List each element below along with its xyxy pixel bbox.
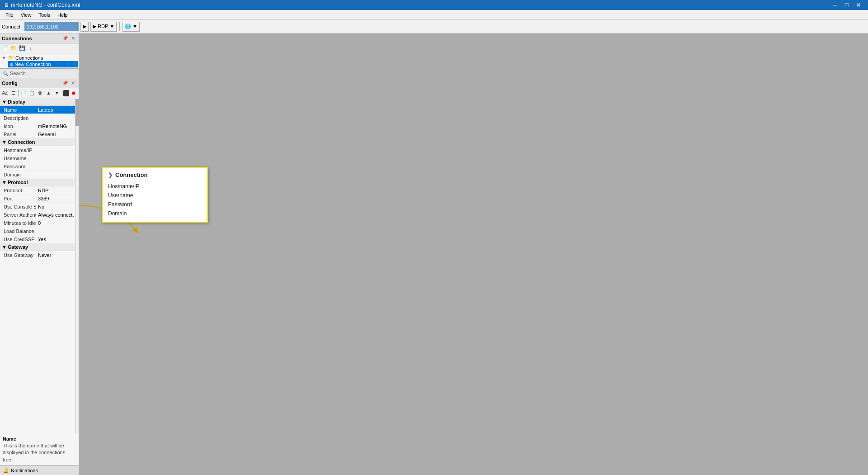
title-bar-title: 🖥 mRemoteNG - confCons.xml <box>4 2 80 8</box>
config-row-domain[interactable]: Domain <box>0 171 75 179</box>
popup-title: Connection <box>115 171 148 178</box>
config-panel-title: Config <box>2 81 18 86</box>
config-row-server-auth-label: Server Authenti <box>0 212 36 218</box>
config-down-btn[interactable]: ▼ <box>53 89 61 97</box>
config-close-btn[interactable]: ✕ <box>70 80 77 87</box>
config-toggle-btn[interactable] <box>63 90 70 96</box>
menu-help[interactable]: Help <box>54 11 71 19</box>
config-row-port-value: 3389 <box>36 196 75 201</box>
maximize-button[interactable]: □ <box>841 0 853 10</box>
config-sort-cat-btn[interactable]: ☰ <box>9 89 18 97</box>
config-delete-btn[interactable]: 🗑 <box>36 89 44 97</box>
connections-pin-btn[interactable]: 📌 <box>61 35 69 42</box>
config-stop-btn[interactable]: ⏹ <box>70 89 78 97</box>
config-row-username[interactable]: Username <box>0 154 75 162</box>
gateway-expand-icon: ▼ <box>2 244 7 250</box>
popup-item-password: Password <box>108 200 202 209</box>
config-row-panel-label: Panel <box>0 132 36 137</box>
sort-btn[interactable]: ↕ <box>27 44 35 52</box>
config-row-name-label: Name <box>0 107 36 113</box>
config-section-gateway[interactable]: ▼ Gateway <box>0 243 75 251</box>
minimize-button[interactable]: ─ <box>829 0 841 10</box>
connections-toolbar: 📄 📁 💾 ↕ <box>0 43 79 53</box>
popup-header: ❯ Connection <box>108 171 202 178</box>
app-icon: 🖥 <box>4 2 9 8</box>
config-row-description[interactable]: Description <box>0 114 75 122</box>
connect-arrow-btn[interactable]: ▶ <box>80 22 89 32</box>
config-title-label: Config <box>2 81 18 86</box>
config-section-connection[interactable]: ▼ Connection <box>0 138 75 146</box>
popup-chevron-icon: ❯ <box>108 172 113 178</box>
display-label: Display <box>8 99 25 104</box>
menu-bar: File View Tools Help <box>0 10 868 20</box>
config-row-icon[interactable]: Icon mRemoteNG <box>0 122 75 130</box>
config-row-idle-value: 0 <box>36 220 75 226</box>
tree-root[interactable]: ▼ 📁 Connections <box>1 54 78 61</box>
popup-item-domain: Domain <box>108 209 202 218</box>
config-row-idle[interactable]: Minutes to Idle 0 <box>0 219 75 227</box>
tree-expand-icon: ▼ <box>2 56 7 60</box>
tree-root-icon: 📁 <box>8 55 14 61</box>
config-scrollbar[interactable] <box>75 98 79 434</box>
config-row-hostname[interactable]: Hostname/IP <box>0 146 75 154</box>
config-row-console[interactable]: Use Console Se No <box>0 203 75 211</box>
notifications-bar[interactable]: 🔔 Notifications <box>0 465 79 475</box>
connect-input[interactable] <box>24 22 79 31</box>
close-button[interactable]: ✕ <box>853 0 864 10</box>
config-row-password[interactable]: Password <box>0 162 75 171</box>
config-tb-sep1 <box>18 90 19 96</box>
toolbar-separator <box>119 22 120 31</box>
config-section-display[interactable]: ▼ Display <box>0 98 75 106</box>
config-panel-header: Config 📌 ✕ <box>0 78 79 88</box>
config-row-port[interactable]: Port 3389 <box>0 195 75 203</box>
config-toolbar: AZ ☰ 📄 📋 🗑 ▲ ▼ ⏹ <box>0 88 79 98</box>
menu-view[interactable]: View <box>17 11 35 19</box>
globe-button[interactable]: 🌐 ▼ <box>123 22 140 32</box>
connection-label: Connection <box>8 139 35 145</box>
config-row-usegateway[interactable]: Use Gateway Never <box>0 251 75 259</box>
new-connection-btn[interactable]: 📄 <box>1 44 9 52</box>
config-new-btn[interactable]: 📄 <box>19 89 28 97</box>
config-row-protocol-value: RDP <box>36 188 75 193</box>
config-scrollbar-thumb[interactable] <box>75 99 79 126</box>
save-btn[interactable]: 💾 <box>18 44 26 52</box>
connections-close-btn[interactable]: ✕ <box>70 35 77 42</box>
tree-item-new-connection[interactable]: 🖥 New Connection <box>8 61 78 67</box>
config-row-credssp[interactable]: Use CredSSP Yes <box>0 235 75 243</box>
config-row-username-label: Username <box>0 156 36 161</box>
config-row-server-auth[interactable]: Server Authenti Always connect, ev <box>0 211 75 219</box>
config-duplicate-btn[interactable]: 📋 <box>28 89 36 97</box>
config-up-btn[interactable]: ▲ <box>45 89 53 97</box>
menu-file[interactable]: File <box>2 11 17 19</box>
config-panel-controls: 📌 ✕ <box>61 80 77 87</box>
config-row-protocol[interactable]: Protocol RDP <box>0 186 75 195</box>
search-area[interactable]: 🔍 Search <box>0 68 79 78</box>
config-sort-alpha-btn[interactable]: AZ <box>1 89 9 97</box>
config-row-icon-label: Icon <box>0 124 36 129</box>
config-row-port-label: Port <box>0 196 36 201</box>
menu-tools[interactable]: Tools <box>35 11 54 19</box>
display-expand-icon: ▼ <box>2 99 7 104</box>
config-row-name[interactable]: Name Laptop <box>0 106 75 114</box>
connections-panel: Connections 📌 ✕ 📄 📁 💾 ↕ ▼ 📁 Connections <box>0 33 79 68</box>
new-folder-btn[interactable]: 📁 <box>9 44 18 52</box>
config-row-credssp-label: Use CredSSP <box>0 237 36 242</box>
search-label: Search <box>10 71 26 76</box>
config-row-panel[interactable]: Panel General <box>0 130 75 138</box>
config-content: ▼ Display Name Laptop Description Icon m… <box>0 98 75 434</box>
config-description-text: This is the name that will be displayed … <box>3 442 76 463</box>
config-pin-btn[interactable]: 📌 <box>61 80 69 87</box>
search-icon: 🔍 <box>3 71 8 76</box>
protocol-label: Protocol <box>8 180 28 185</box>
config-row-loadbalance[interactable]: Load Balance In <box>0 227 75 235</box>
rdp-button[interactable]: ▶ RDP ▼ <box>90 22 117 32</box>
protocol-expand-icon: ▼ <box>2 180 7 185</box>
config-row-panel-value: General <box>36 132 75 137</box>
config-scroll-wrap: ▼ Display Name Laptop Description Icon m… <box>0 98 79 434</box>
config-row-console-label: Use Console Se <box>0 204 36 209</box>
config-row-hostname-label: Hostname/IP <box>0 147 36 153</box>
tree-root-label: Connections <box>15 55 43 61</box>
config-section-protocol[interactable]: ▼ Protocol <box>0 179 75 186</box>
config-row-name-value: Laptop <box>36 107 75 113</box>
config-row-desc-label: Description <box>0 115 36 121</box>
